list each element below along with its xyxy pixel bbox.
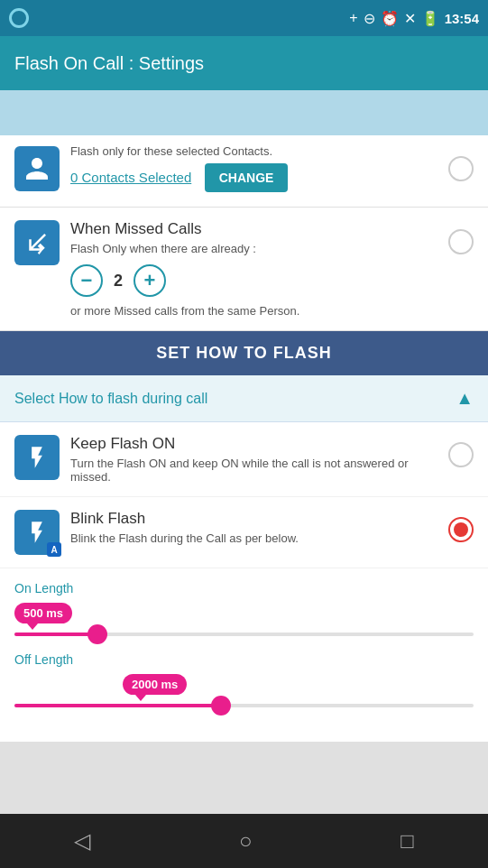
missed-call-icon-box bbox=[14, 220, 60, 265]
back-nav-icon[interactable]: ◁ bbox=[74, 828, 90, 854]
keep-flash-radio[interactable] bbox=[448, 442, 474, 467]
keep-flash-title: Keep Flash ON bbox=[70, 435, 439, 453]
contacts-radio[interactable] bbox=[448, 156, 474, 181]
on-length-label: On Length bbox=[14, 581, 474, 596]
on-length-track bbox=[14, 633, 474, 636]
app-bar: Flash On Call : Settings bbox=[0, 36, 488, 90]
missed-call-icon bbox=[23, 229, 51, 256]
contacts-selected-link[interactable]: 0 Contacts Selected bbox=[70, 170, 191, 185]
flash-banner: SET HOW TO FLASH bbox=[0, 331, 488, 375]
missed-calls-row: When Missed Calls Flash Only when there … bbox=[14, 220, 474, 318]
blink-a-overlay: A bbox=[47, 542, 61, 557]
contact-icon-box bbox=[14, 146, 60, 191]
spacer bbox=[0, 90, 488, 135]
app-title: Flash On Call : Settings bbox=[14, 53, 204, 74]
keep-flash-icon-box bbox=[14, 435, 60, 480]
off-length-slider-wrapper bbox=[14, 704, 474, 707]
flash-option-blink[interactable]: A Blink Flash Blink the Flash during the… bbox=[0, 497, 488, 568]
contacts-section: Flash only for these selected Contacts. … bbox=[0, 135, 488, 208]
bluetooth-icon: + bbox=[349, 10, 357, 26]
off-length-tooltip: 2000 ms bbox=[123, 674, 187, 695]
battery-icon: 🔋 bbox=[421, 10, 439, 27]
flash-banner-title: SET HOW TO FLASH bbox=[156, 344, 332, 362]
recents-nav-icon[interactable]: □ bbox=[401, 828, 414, 854]
change-button[interactable]: CHANGE bbox=[205, 163, 289, 192]
status-bar-right: + ⊖ ⏰ ✕ 🔋 13:54 bbox=[349, 10, 479, 27]
blink-flash-radio[interactable] bbox=[448, 517, 474, 542]
alarm-icon: ⏰ bbox=[381, 10, 399, 27]
off-length-fill bbox=[14, 704, 221, 707]
contacts-flash-text: Flash only for these selected Contacts. bbox=[70, 144, 439, 158]
keep-flash-desc: Turn the Flash ON and keep ON while the … bbox=[70, 457, 439, 484]
select-flash-header[interactable]: Select How to flash during call ▲ bbox=[0, 375, 488, 422]
contact-person-icon bbox=[23, 155, 51, 182]
missed-calls-title: When Missed Calls bbox=[70, 220, 439, 238]
blink-lightning-icon bbox=[24, 520, 50, 545]
decrement-button[interactable]: − bbox=[70, 264, 103, 297]
select-flash-label: Select How to flash during call bbox=[14, 391, 207, 407]
main-content: Flash only for these selected Contacts. … bbox=[0, 135, 488, 742]
off-length-track bbox=[14, 704, 474, 707]
minus-circle-icon: ⊖ bbox=[364, 10, 375, 27]
off-length-thumb[interactable] bbox=[211, 696, 231, 716]
counter-value: 2 bbox=[114, 272, 123, 291]
bottom-nav: ◁ ○ □ bbox=[0, 814, 488, 868]
missed-text-area: When Missed Calls Flash Only when there … bbox=[60, 220, 439, 318]
off-length-label: Off Length bbox=[14, 652, 474, 667]
on-length-thumb[interactable] bbox=[87, 624, 107, 644]
blink-flash-text: Blink Flash Blink the Flash during the C… bbox=[60, 510, 439, 545]
lightning-icon bbox=[24, 445, 50, 470]
blink-flash-desc: Blink the Flash during the Call as per b… bbox=[70, 531, 439, 545]
chevron-up-icon: ▲ bbox=[456, 388, 474, 409]
counter-row: − 2 + bbox=[70, 264, 439, 297]
signal-circle-icon bbox=[9, 8, 29, 28]
increment-button[interactable]: + bbox=[134, 264, 166, 297]
keep-flash-text: Keep Flash ON Turn the Flash ON and keep… bbox=[60, 435, 439, 484]
status-bar: + ⊖ ⏰ ✕ 🔋 13:54 bbox=[0, 0, 488, 36]
contacts-text-area: Flash only for these selected Contacts. … bbox=[60, 144, 439, 192]
on-length-container: On Length 500 ms bbox=[14, 581, 474, 636]
off-length-container: Off Length 2000 ms bbox=[14, 652, 474, 707]
blink-flash-title: Blink Flash bbox=[70, 510, 439, 528]
missed-calls-desc: Flash Only when there are already : bbox=[70, 242, 439, 255]
on-length-tooltip: 500 ms bbox=[14, 603, 72, 623]
on-length-fill bbox=[14, 633, 97, 636]
missed-calls-section: When Missed Calls Flash Only when there … bbox=[0, 208, 488, 331]
sliders-section: On Length 500 ms Off Length 2000 ms bbox=[0, 568, 488, 742]
flash-option-keep-on[interactable]: Keep Flash ON Turn the Flash ON and keep… bbox=[0, 422, 488, 497]
blink-flash-icon-box: A bbox=[14, 510, 60, 555]
signal-icon: ✕ bbox=[404, 10, 416, 27]
missed-calls-note: or more Missed calls from the same Perso… bbox=[70, 304, 439, 318]
status-bar-left bbox=[9, 8, 29, 28]
missed-calls-radio[interactable] bbox=[448, 229, 474, 254]
home-nav-icon[interactable]: ○ bbox=[239, 828, 253, 854]
on-length-slider-wrapper bbox=[14, 633, 474, 636]
status-time: 13:54 bbox=[445, 11, 479, 26]
